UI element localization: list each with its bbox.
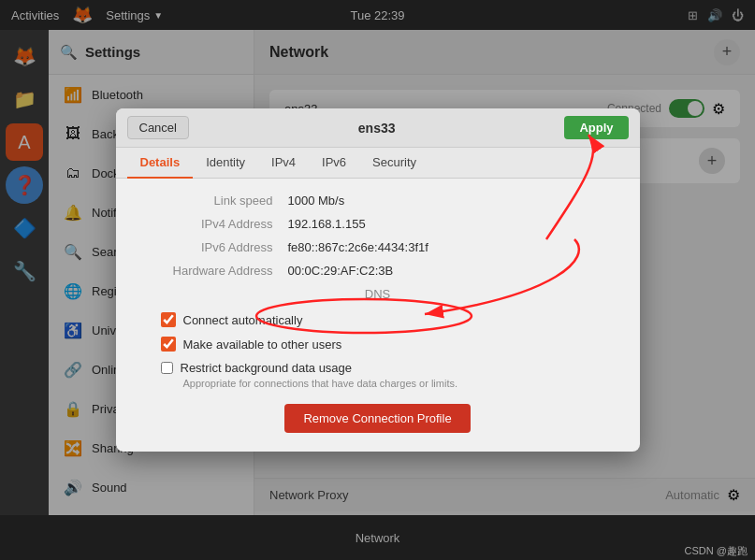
connect-auto-checkbox[interactable] bbox=[161, 312, 176, 327]
tab-ipv6[interactable]: IPv6 bbox=[309, 148, 359, 179]
hardware-label: Hardware Address bbox=[138, 264, 288, 278]
ipv4-value: 192.168.1.155 bbox=[288, 217, 366, 231]
restrict-checkbox[interactable] bbox=[161, 362, 173, 374]
ipv6-value: fe80::867c:2c6e:4434:3f1f bbox=[288, 240, 428, 254]
restrict-checkbox-row: Restrict background data usage bbox=[161, 361, 617, 375]
tab-identity[interactable]: Identity bbox=[193, 148, 258, 179]
dialog-body: Link speed 1000 Mb/s IPv4 Address 192.16… bbox=[116, 179, 640, 452]
connect-auto-row: Connect automatically bbox=[138, 312, 617, 327]
tab-security[interactable]: Security bbox=[359, 148, 429, 179]
link-speed-row: Link speed 1000 Mb/s bbox=[138, 194, 617, 208]
restrict-label: Restrict background data usage bbox=[181, 361, 353, 375]
modal-overlay: Cancel ens33 Apply Details Identity IPv4… bbox=[0, 0, 755, 560]
remove-connection-button[interactable]: Remove Connection Profile bbox=[284, 404, 470, 433]
dialog-tabs: Details Identity IPv4 IPv6 Security bbox=[116, 148, 640, 179]
hardware-value: 00:0C:29:AF:C2:3B bbox=[288, 264, 394, 278]
dialog-connection-name: ens33 bbox=[189, 121, 564, 136]
ipv6-row: IPv6 Address fe80::867c:2c6e:4434:3f1f bbox=[138, 240, 617, 254]
dialog-cancel-button[interactable]: Cancel bbox=[127, 116, 189, 139]
ipv4-label: IPv4 Address bbox=[138, 217, 288, 231]
make-available-label: Make available to other users bbox=[183, 337, 342, 352]
connection-dialog: Cancel ens33 Apply Details Identity IPv4… bbox=[116, 108, 640, 452]
restrict-note: Appropriate for connections that have da… bbox=[161, 378, 617, 389]
connect-auto-label: Connect automatically bbox=[183, 313, 303, 327]
ipv6-label: IPv6 Address bbox=[138, 240, 288, 254]
dns-label: DNS bbox=[138, 287, 617, 301]
dialog-titlebar: Cancel ens33 Apply bbox=[116, 108, 640, 148]
hardware-row: Hardware Address 00:0C:29:AF:C2:3B bbox=[138, 264, 617, 278]
dialog-apply-button[interactable]: Apply bbox=[564, 116, 628, 139]
tab-details[interactable]: Details bbox=[127, 148, 194, 179]
ipv4-row: IPv4 Address 192.168.1.155 bbox=[138, 217, 617, 231]
make-available-checkbox[interactable] bbox=[161, 337, 176, 352]
watermark: CSDN @趣跑 bbox=[685, 544, 748, 558]
link-speed-value: 1000 Mb/s bbox=[288, 194, 345, 208]
restrict-row: Restrict background data usage Appropria… bbox=[138, 361, 617, 389]
tab-ipv4[interactable]: IPv4 bbox=[258, 148, 309, 179]
link-speed-label: Link speed bbox=[138, 194, 288, 208]
make-available-row: Make available to other users bbox=[138, 337, 617, 352]
